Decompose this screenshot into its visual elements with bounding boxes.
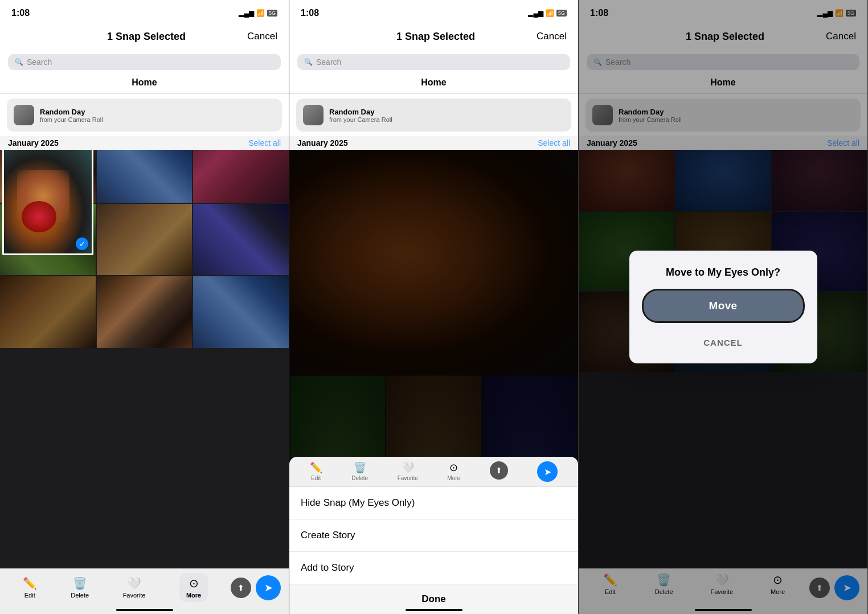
- tab-bar-2: Home: [289, 74, 578, 94]
- home-indicator-3: [695, 609, 752, 611]
- photo-cell-8[interactable]: [97, 276, 193, 348]
- trash-icon-2: 🗑️: [354, 461, 366, 474]
- signal-icon-1: ▂▄▆: [239, 9, 254, 17]
- more-icon: ⊙: [189, 576, 199, 590]
- select-all-1[interactable]: Select all: [248, 138, 281, 148]
- edit-icon: ✏️: [23, 576, 37, 590]
- fav-btn-2[interactable]: 🤍 Favorite: [398, 461, 418, 482]
- dialog-title: Move to My Eyes Only?: [666, 267, 780, 279]
- status-time-2: 1:08: [301, 8, 319, 18]
- dialog-overlay: Move to My Eyes Only? Move CANCEL: [579, 0, 867, 614]
- favorite-button[interactable]: 🤍 Favorite: [123, 576, 146, 599]
- battery-icon-2: 5G: [556, 10, 567, 17]
- battery-icon-1: 5G: [267, 10, 277, 17]
- edit-label: Edit: [24, 592, 35, 599]
- tab-bar-1: Home: [0, 74, 289, 94]
- header-2: 1 Snap Selected Cancel: [289, 23, 578, 50]
- photo-checkmark: ✓: [76, 238, 88, 250]
- delete-label: Delete: [71, 592, 89, 599]
- heart-icon-2: 🤍: [402, 461, 414, 474]
- status-icons-1: ▂▄▆ 📶 5G: [239, 9, 277, 17]
- favorite-label: Favorite: [123, 592, 146, 599]
- upload-btn-2[interactable]: ⬆: [490, 461, 508, 480]
- tab-home-2[interactable]: Home: [421, 77, 446, 88]
- section-header-2: January 2025 Select all: [289, 136, 578, 150]
- memory-card-1[interactable]: Random Day from your Camera Roll: [7, 99, 282, 132]
- action-item-create[interactable]: Create Story: [289, 519, 578, 552]
- edit-button[interactable]: ✏️ Edit: [23, 576, 37, 599]
- header-cancel-1[interactable]: Cancel: [247, 31, 277, 42]
- home-indicator-2: [406, 609, 462, 611]
- photo-cell-9[interactable]: [193, 276, 289, 348]
- heart-icon: 🤍: [127, 576, 141, 590]
- more-icon-2: ⊙: [449, 461, 458, 474]
- memory-card-2[interactable]: Random Day from your Camera Roll: [296, 99, 571, 132]
- memory-subtitle-1: from your Camera Roll: [40, 116, 103, 123]
- memory-subtitle-2: from your Camera Roll: [329, 116, 392, 123]
- dialog: Move to My Eyes Only? Move CANCEL: [629, 251, 817, 363]
- send-button[interactable]: ➤: [256, 575, 281, 600]
- edit-icon-2: ✏️: [310, 461, 322, 474]
- section-title-2: January 2025: [297, 138, 348, 148]
- header-title-2: 1 Snap Selected: [396, 31, 475, 43]
- more-label: More: [186, 592, 201, 599]
- toolbar-above-sheet: ✏️ Edit 🗑️ Delete 🤍 Favorite ⊙ More ⬆ ➤: [289, 457, 578, 487]
- search-icon-1: 🔍: [15, 58, 23, 66]
- screen-2: 1:08 ▂▄▆ 📶 5G 1 Snap Selected Cancel 🔍 S…: [289, 0, 579, 614]
- status-bar-2: 1:08 ▂▄▆ 📶 5G: [289, 0, 578, 23]
- memory-thumb-2: [303, 105, 324, 125]
- home-indicator-1: [116, 609, 173, 611]
- action-sheet: ✏️ Edit 🗑️ Delete 🤍 Favorite ⊙ More ⬆ ➤ …: [289, 457, 578, 614]
- header-cancel-2[interactable]: Cancel: [537, 31, 567, 42]
- wifi-icon-1: 📶: [256, 9, 265, 17]
- delete-button[interactable]: 🗑️ Delete: [71, 576, 89, 599]
- search-icon-2: 🔍: [304, 58, 313, 66]
- send-btn-2[interactable]: ➤: [537, 461, 558, 482]
- more-button[interactable]: ⊙ More: [179, 573, 208, 602]
- dialog-cancel-button[interactable]: CANCEL: [699, 333, 747, 352]
- photo-cell-6[interactable]: [193, 204, 289, 276]
- search-bar-1: 🔍 Search: [0, 50, 289, 74]
- memory-info-2: Random Day from your Camera Roll: [329, 108, 392, 123]
- trash-icon: 🗑️: [73, 576, 87, 590]
- search-placeholder-2: Search: [316, 58, 341, 67]
- photo-cell-7[interactable]: [0, 276, 96, 348]
- section-header-1: January 2025 Select all: [0, 136, 289, 150]
- memory-title-2: Random Day: [329, 108, 392, 116]
- tab-home-1[interactable]: Home: [132, 77, 157, 88]
- screen-1: ✓ 1:08 ▂▄▆ 📶 5G 1 Snap Selected Cancel 🔍…: [0, 0, 289, 614]
- select-all-2[interactable]: Select all: [538, 138, 570, 148]
- move-button[interactable]: Move: [642, 289, 805, 323]
- more-btn-2[interactable]: ⊙ More: [447, 461, 460, 482]
- search-placeholder-1: Search: [27, 58, 52, 67]
- signal-icon-2: ▂▄▆: [528, 9, 543, 17]
- header-1: 1 Snap Selected Cancel: [0, 23, 289, 50]
- search-bar-2: 🔍 Search: [289, 50, 578, 74]
- memory-thumb-1: [14, 105, 34, 125]
- memory-info-1: Random Day from your Camera Roll: [40, 108, 103, 123]
- status-bar-1: 1:08 ▂▄▆ 📶 5G: [0, 0, 289, 23]
- header-title-1: 1 Snap Selected: [107, 31, 186, 43]
- section-title-1: January 2025: [8, 138, 59, 148]
- action-item-hide[interactable]: Hide Snap (My Eyes Only): [289, 487, 578, 519]
- delete-btn-2[interactable]: 🗑️ Delete: [351, 461, 368, 482]
- wifi-icon-2: 📶: [546, 9, 554, 17]
- upload-button[interactable]: ⬆: [231, 578, 251, 598]
- edit-btn-2[interactable]: ✏️ Edit: [310, 461, 322, 482]
- screen-3: 1:08 ▂▄▆ 📶 5G 1 Snap Selected Cancel 🔍 S…: [579, 0, 868, 614]
- bottom-toolbar-1: ✏️ Edit 🗑️ Delete 🤍 Favorite ⊙ More ⬆ ➤: [0, 568, 289, 614]
- photo-cell-5[interactable]: [97, 204, 193, 276]
- memory-title-1: Random Day: [40, 108, 103, 116]
- action-item-add[interactable]: Add to Story: [289, 552, 578, 584]
- status-time-1: 1:08: [11, 8, 30, 18]
